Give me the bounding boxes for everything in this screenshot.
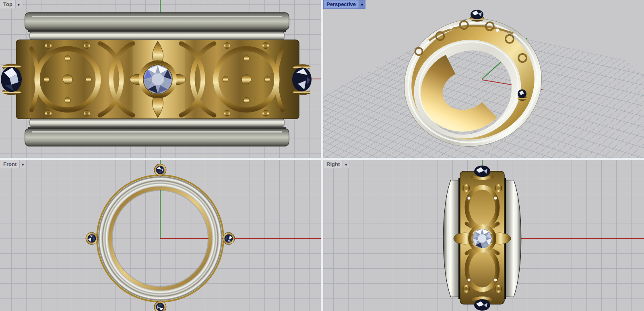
viewport-tab-right[interactable]: Right ▾ (324, 160, 349, 168)
top-gem-perspective[interactable] (470, 10, 484, 20)
viewport-tab-label[interactable]: Top (0, 0, 15, 8)
viewport-top[interactable]: Top ▾ (0, 0, 321, 158)
viewport-splitter-horizontal[interactable] (0, 158, 644, 160)
viewport-tab-front[interactable]: Front ▾ (0, 160, 26, 168)
axis-lines (160, 160, 321, 238)
viewport-front[interactable]: Front ▾ (0, 160, 321, 311)
gem-right-front[interactable] (223, 232, 235, 245)
top-gem-right[interactable] (471, 166, 493, 178)
bottom-gem-right[interactable] (471, 298, 493, 311)
gem-left-front[interactable] (86, 232, 98, 245)
center-diamond-right[interactable] (470, 226, 495, 251)
ring-render-right[interactable] (443, 166, 521, 311)
gem-top-front[interactable] (154, 164, 166, 176)
ring-render-top[interactable] (1, 12, 312, 146)
right-viewport-scene (323, 160, 644, 311)
gem-bottom-front[interactable] (154, 301, 166, 311)
viewport-menu-arrow-icon[interactable]: ▾ (15, 0, 22, 8)
perspective-viewport-scene (323, 0, 644, 158)
viewport-menu-arrow-icon[interactable]: ▾ (19, 160, 26, 168)
front-viewport-scene (0, 160, 321, 311)
viewport-menu-arrow-icon[interactable]: ▾ (359, 0, 365, 8)
viewport-tab-label[interactable]: Right (324, 160, 343, 168)
cad-workspace: Top ▾ (0, 0, 644, 311)
viewport-perspective[interactable]: Perspective ▾ (323, 0, 644, 158)
viewport-tab-perspective[interactable]: Perspective ▾ (324, 0, 365, 8)
ring-render-perspective[interactable] (388, 1, 558, 158)
viewport-tab-top[interactable]: Top ▾ (0, 0, 22, 8)
viewport-tab-label[interactable]: Front (0, 160, 19, 168)
viewport-menu-arrow-icon[interactable]: ▾ (343, 160, 349, 168)
center-diamond-top[interactable] (141, 62, 175, 96)
viewport-splitter-vertical[interactable] (321, 0, 323, 311)
top-viewport-scene (0, 0, 321, 158)
viewport-tab-label[interactable]: Perspective (324, 0, 359, 8)
viewport-right[interactable]: Right ▾ (323, 160, 644, 311)
